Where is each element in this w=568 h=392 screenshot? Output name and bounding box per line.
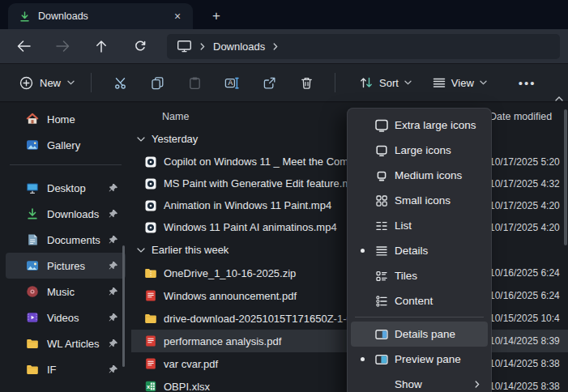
chevron-right-icon[interactable] (273, 43, 278, 50)
file-date: 10/17/2025 4:20 (489, 200, 568, 211)
menu-item-tiles[interactable]: Tiles (351, 263, 488, 288)
sidebar-item-desktop[interactable]: Desktop (6, 175, 126, 201)
menu-item-details-pane[interactable]: Details pane (351, 322, 488, 347)
menu-item-list[interactable]: List (351, 213, 488, 238)
sidebar-item-pictures[interactable]: Pictures (6, 253, 126, 279)
sidebar-item-home[interactable]: Home (6, 106, 126, 132)
file-name: Windows 11 Paint AI animatinos.mp4 (164, 221, 337, 233)
menu-item-show[interactable]: Show (351, 372, 488, 392)
document-icon (26, 233, 39, 246)
sidebar-item-label: Documents (47, 234, 100, 246)
group-label: Earlier this week (152, 244, 228, 256)
pin-icon (109, 339, 118, 348)
sidebar-item-label: Home (47, 113, 126, 126)
tiles-view-icon (372, 269, 391, 283)
mp4-file-icon (144, 156, 157, 168)
zip-file-icon (144, 266, 157, 279)
refresh-icon[interactable] (123, 33, 157, 59)
chevron-down-icon (137, 248, 145, 253)
view-button[interactable]: View (425, 72, 494, 94)
back-button[interactable] (6, 33, 41, 59)
file-date: 10/16/2025 6:24 (489, 290, 568, 301)
column-header-date-modified[interactable]: Date modified (489, 111, 568, 122)
pin-icon (109, 235, 118, 245)
cut-button[interactable] (101, 68, 139, 97)
sidebar-divider (10, 164, 122, 165)
more-options-button[interactable]: ••• (510, 73, 545, 93)
sort-button-label: Sort (379, 77, 399, 89)
new-button-label: New (40, 77, 61, 89)
pin-icon (109, 183, 118, 193)
pin-icon (109, 287, 118, 296)
navigation-bar: Downloads (0, 29, 568, 63)
copy-button[interactable] (139, 68, 176, 97)
radio-dot-icon (356, 249, 369, 253)
chevron-down-icon (67, 80, 75, 85)
menu-item-content[interactable]: Content (351, 288, 488, 313)
sidebar-item-label: Desktop (47, 182, 100, 194)
close-icon[interactable]: × (170, 10, 185, 23)
sort-icon (359, 76, 374, 89)
rename-button[interactable]: A (213, 68, 250, 97)
sidebar-item-downloads[interactable]: Downloads (6, 201, 126, 227)
menu-item-medium-icons[interactable]: Medium icons (351, 163, 488, 188)
file-date: 10/14/2025 8:38 (489, 381, 568, 392)
share-button[interactable] (250, 68, 288, 97)
large-icons-icon (372, 143, 391, 158)
pin-icon (109, 313, 118, 322)
menu-item-large-icons[interactable]: Large icons (351, 138, 488, 163)
delete-button[interactable] (288, 68, 325, 97)
home-icon (26, 113, 39, 126)
music-icon (26, 285, 39, 298)
copy-icon (151, 76, 164, 90)
group-label: Yesterday (152, 133, 198, 145)
sidebar-item-if[interactable]: IF (6, 356, 126, 382)
sidebar-item-music[interactable]: Music (6, 279, 126, 305)
sidebar-item-wl-articles[interactable]: WL Articles (6, 330, 126, 356)
breadcrumb-downloads[interactable]: Downloads (213, 40, 265, 53)
new-tab-button[interactable]: + (207, 8, 225, 24)
menu-item-small-icons[interactable]: Small icons (351, 188, 488, 213)
folder-icon (144, 312, 157, 325)
sidebar-item-documents[interactable]: Documents (6, 227, 126, 253)
file-name: Windows announcement.pdf (164, 290, 297, 302)
sidebar-item-label: Downloads (47, 208, 100, 220)
menu-item-extra-large-icons[interactable]: Extra large icons (351, 113, 488, 138)
sidebar-item-label: Videos (47, 312, 100, 324)
file-date: 10/14/2025 8:39 (489, 335, 568, 347)
new-button[interactable]: New (13, 71, 81, 95)
sidebar-item-label: Pictures (47, 260, 100, 272)
download-icon (26, 207, 39, 220)
preview-pane-icon (372, 352, 391, 367)
chevron-down-icon (137, 137, 145, 142)
medium-icons-icon (372, 168, 391, 183)
folder-icon (26, 363, 39, 376)
up-button[interactable] (84, 33, 118, 59)
plus-circle-icon (19, 76, 33, 90)
scroll-up-icon[interactable] (555, 96, 563, 101)
submenu-chevron-icon (475, 381, 485, 388)
sidebar-scrollbar[interactable] (122, 245, 125, 367)
trash-icon (300, 76, 314, 90)
address-bar[interactable]: Downloads (167, 34, 560, 59)
list-scrollbar[interactable] (564, 109, 567, 245)
file-name: performance analysis.pdf (164, 335, 281, 347)
tab-downloads[interactable]: Downloads × (8, 3, 193, 29)
toolbar-divider (91, 73, 92, 92)
tab-title: Downloads (38, 11, 163, 22)
rename-icon: A (224, 76, 239, 90)
sidebar-item-gallery[interactable]: Gallery (6, 132, 126, 158)
sidebar-item-videos[interactable]: Videos (6, 305, 126, 330)
file-name: MS Paint with Generative Edit feature.mp… (164, 177, 363, 190)
sort-button[interactable]: Sort (352, 71, 419, 94)
sidebar-item-label: Music (47, 286, 100, 298)
file-name: OneDrive_1_10-16-2025.zip (164, 267, 296, 279)
file-name: Animation in Windows 11 Paint.mp4 (164, 199, 331, 211)
paste-button[interactable] (176, 68, 213, 97)
file-date: 10/17/2025 5:20 (489, 156, 568, 168)
menu-item-preview-pane[interactable]: Preview pane (351, 347, 488, 372)
desktop-icon (26, 181, 39, 194)
menu-item-details[interactable]: Details (351, 238, 488, 263)
extra-large-icons-icon (372, 118, 391, 133)
forward-button[interactable] (45, 33, 79, 59)
